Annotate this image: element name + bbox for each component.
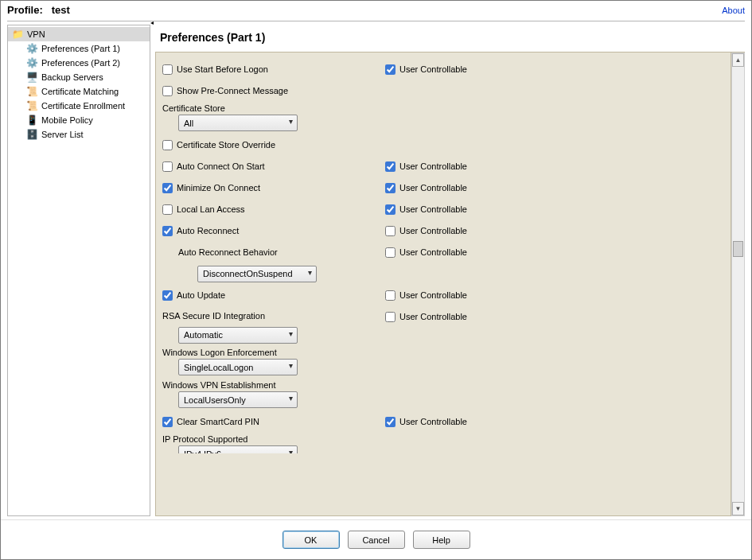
- checkbox-label: User Controllable: [399, 64, 467, 74]
- content-pane: Preferences (Part 1) Use Start Before Lo…: [155, 25, 745, 516]
- win-logon-enf-select[interactable]: SingleLocalLogon: [178, 359, 298, 375]
- cert-store-select[interactable]: All: [178, 115, 298, 131]
- show-pre-connect-checkbox[interactable]: Show Pre-Connect Message: [162, 86, 288, 96]
- checkbox-label: User Controllable: [399, 417, 467, 426]
- use-start-before-logon-checkbox[interactable]: Use Start Before Logon: [162, 64, 268, 75]
- ok-button[interactable]: OK: [282, 531, 340, 549]
- uc-auto-update-checkbox[interactable]: User Controllable: [385, 290, 467, 301]
- tree-item-label: Certificate Enrollment: [41, 101, 125, 111]
- auto-reconnect-checkbox[interactable]: Auto Reconnect: [162, 226, 239, 236]
- ip-proto-select[interactable]: IPv4,IPv6: [178, 445, 298, 453]
- gear-icon: ⚙️: [25, 56, 38, 69]
- win-vpn-est-select-wrap: LocalUsersOnly: [178, 391, 298, 408]
- local-lan-access-checkbox[interactable]: Local Lan Access: [162, 204, 245, 215]
- certificate-icon: 📜: [25, 85, 38, 98]
- body-split: 📁 VPN ⚙️ Preferences (Part 1) ⚙️ Prefere…: [7, 21, 745, 519]
- scroll-thumb[interactable]: [733, 241, 743, 257]
- uc-clear-smartcard-pin-checkbox[interactable]: User Controllable: [385, 417, 467, 427]
- rsa-select[interactable]: Automatic: [178, 327, 298, 344]
- auto-reconnect-behavior-select-wrap: DisconnectOnSuspend: [197, 266, 317, 282]
- chevron-up-icon: ▲: [735, 56, 742, 64]
- show-pre-connect-input[interactable]: [162, 86, 173, 96]
- uc-input[interactable]: [385, 64, 395, 75]
- checkbox-label: User Controllable: [399, 226, 467, 235]
- preferences-panel: Use Start Before Logon User Controllable: [155, 52, 731, 516]
- uc-local-lan-access-checkbox[interactable]: User Controllable: [385, 204, 467, 215]
- help-button[interactable]: Help: [413, 531, 470, 549]
- certificate-icon: 📜: [25, 99, 38, 112]
- tree-item-mobile-policy[interactable]: 📱 Mobile Policy: [8, 113, 150, 127]
- clear-smartcard-pin-input[interactable]: [162, 417, 173, 427]
- minimize-on-connect-checkbox[interactable]: Minimize On Connect: [162, 183, 260, 193]
- auto-connect-on-start-input[interactable]: [162, 161, 173, 172]
- uc-input[interactable]: [385, 417, 395, 427]
- panel-wrap: Use Start Before Logon User Controllable: [155, 52, 745, 516]
- scroll-track[interactable]: [732, 67, 744, 502]
- checkbox-label: User Controllable: [399, 312, 467, 321]
- win-vpn-est-select[interactable]: LocalUsersOnly: [178, 391, 298, 408]
- server-list-icon: 🗄️: [25, 128, 38, 141]
- auto-update-checkbox[interactable]: Auto Update: [162, 290, 225, 301]
- clear-smartcard-pin-checkbox[interactable]: Clear SmartCard PIN: [162, 417, 259, 427]
- tree-root-vpn[interactable]: 📁 VPN: [8, 27, 150, 41]
- cert-store-override-input[interactable]: [162, 140, 173, 150]
- uc-minimize-on-connect-checkbox[interactable]: User Controllable: [385, 183, 467, 193]
- uc-input[interactable]: [385, 204, 395, 215]
- footer: OK Cancel Help: [1, 519, 751, 559]
- rsa-label: RSA Secure ID Integration: [162, 311, 385, 321]
- tree-item-label: Server List: [41, 130, 84, 139]
- scroll-down-button[interactable]: ▼: [732, 502, 744, 515]
- local-lan-access-input[interactable]: [162, 204, 173, 215]
- uc-input[interactable]: [385, 247, 395, 258]
- rsa-select-wrap: Automatic: [178, 327, 298, 344]
- auto-reconnect-input[interactable]: [162, 226, 173, 236]
- ip-proto-select-wrap: IPv4,IPv6: [178, 445, 298, 453]
- checkbox-label: Show Pre-Connect Message: [177, 86, 288, 95]
- ip-proto-label: IP Protocol Supported: [162, 434, 724, 444]
- uc-auto-reconnect-behavior-checkbox[interactable]: User Controllable: [385, 247, 467, 258]
- tree-item-label: Preferences (Part 2): [41, 58, 120, 68]
- checkbox-label: Local Lan Access: [177, 204, 245, 214]
- mobile-icon: 📱: [25, 114, 38, 126]
- tree-item-label: Mobile Policy: [41, 115, 93, 125]
- cert-store-select-wrap: All: [178, 115, 298, 131]
- uc-auto-connect-on-start-checkbox[interactable]: User Controllable: [385, 161, 467, 172]
- about-link[interactable]: About: [722, 6, 745, 15]
- auto-update-input[interactable]: [162, 290, 173, 301]
- uc-auto-reconnect-checkbox[interactable]: User Controllable: [385, 226, 467, 236]
- checkbox-label: User Controllable: [399, 290, 467, 300]
- uc-input[interactable]: [385, 312, 395, 322]
- uc-input[interactable]: [385, 290, 395, 301]
- uc-input[interactable]: [385, 226, 395, 236]
- tree-item-label: Preferences (Part 1): [41, 44, 120, 53]
- checkbox-label: Clear SmartCard PIN: [177, 417, 259, 426]
- header: Profile: test About: [1, 1, 751, 21]
- checkbox-label: Auto Connect On Start: [177, 161, 265, 171]
- tree-item-backup-servers[interactable]: 🖥️ Backup Servers: [8, 70, 150, 84]
- uc-input[interactable]: [385, 161, 395, 172]
- tree-item-label: Certificate Matching: [41, 87, 119, 96]
- tree-item-preferences-2[interactable]: ⚙️ Preferences (Part 2): [8, 56, 150, 70]
- uc-use-start-before-logon-checkbox[interactable]: User Controllable: [385, 64, 467, 75]
- minimize-on-connect-input[interactable]: [162, 183, 173, 193]
- vertical-scrollbar[interactable]: ▲ ▼: [731, 52, 745, 516]
- cert-store-override-checkbox[interactable]: Certificate Store Override: [162, 140, 275, 150]
- scroll-up-button[interactable]: ▲: [732, 53, 744, 67]
- uc-rsa-checkbox[interactable]: User Controllable: [385, 312, 467, 322]
- tree-item-cert-matching[interactable]: 📜 Certificate Matching: [8, 84, 150, 99]
- cancel-button[interactable]: Cancel: [348, 531, 405, 549]
- auto-connect-on-start-checkbox[interactable]: Auto Connect On Start: [162, 161, 265, 172]
- tree-item-cert-enrollment[interactable]: 📜 Certificate Enrollment: [8, 99, 150, 113]
- nav-tree[interactable]: 📁 VPN ⚙️ Preferences (Part 1) ⚙️ Prefere…: [7, 25, 150, 516]
- win-logon-enf-label: Windows Logon Enforcement: [162, 348, 724, 357]
- cert-store-label: Certificate Store: [162, 103, 724, 113]
- use-start-before-logon-input[interactable]: [162, 64, 173, 75]
- checkbox-label: User Controllable: [399, 204, 467, 214]
- uc-input[interactable]: [385, 183, 395, 193]
- auto-reconnect-behavior-select[interactable]: DisconnectOnSuspend: [197, 266, 317, 282]
- tree-item-preferences-1[interactable]: ⚙️ Preferences (Part 1): [8, 41, 150, 56]
- chevron-down-icon: ▼: [735, 505, 742, 512]
- tree-item-label: Backup Servers: [41, 72, 103, 82]
- tree-item-server-list[interactable]: 🗄️ Server List: [8, 127, 150, 142]
- win-vpn-est-label: Windows VPN Establishment: [162, 380, 724, 390]
